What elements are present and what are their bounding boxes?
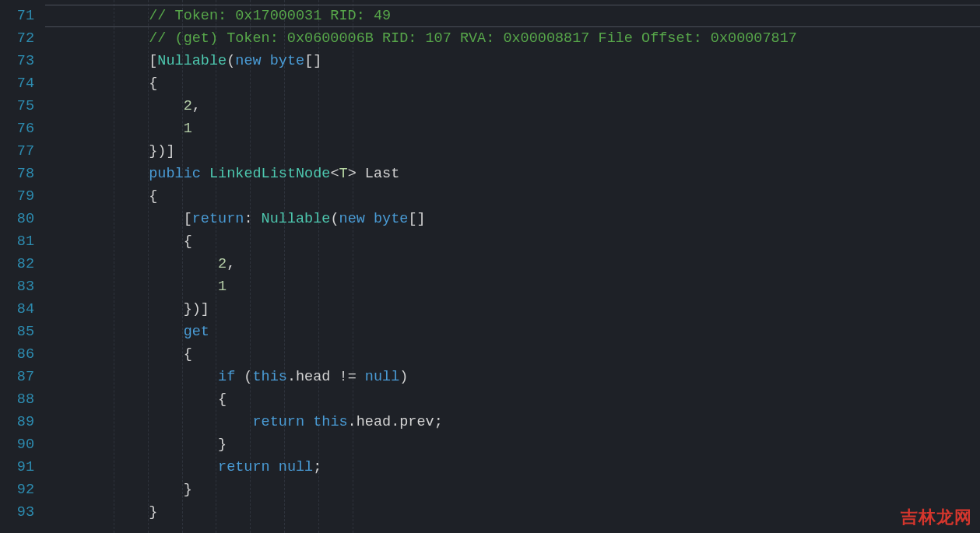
code-token: .	[348, 414, 357, 430]
code-token: null	[279, 459, 313, 475]
line-number: 81	[0, 230, 34, 253]
code-token: Nullable	[262, 211, 331, 227]
code-token: // (get) Token: 0x0600006B RID: 107 RVA:…	[149, 30, 797, 47]
line-number: 93	[0, 501, 34, 524]
line-number: 80	[0, 208, 34, 230]
code-line[interactable]: }	[45, 501, 980, 524]
code-token: prev	[399, 414, 434, 430]
code-token: return	[192, 211, 244, 227]
code-line[interactable]: }	[45, 479, 980, 501]
code-line[interactable]: return this.head.prev;	[45, 411, 980, 433]
code-token	[357, 166, 365, 182]
code-token: })]	[184, 301, 209, 317]
code-token	[304, 414, 313, 430]
code-line[interactable]: 1	[45, 117, 980, 140]
line-number: 86	[0, 343, 34, 366]
line-number: 88	[0, 388, 34, 411]
code-line[interactable]: })]	[45, 298, 980, 321]
code-token: byte	[374, 211, 408, 227]
code-token: []	[304, 53, 321, 69]
code-token: head	[357, 414, 391, 430]
code-token: public	[149, 166, 201, 182]
code-line[interactable]: {	[45, 388, 980, 411]
code-line[interactable]: 2,	[45, 253, 980, 275]
code-token: !=	[330, 369, 364, 385]
code-line[interactable]: {	[45, 343, 980, 366]
code-token: [	[149, 53, 157, 69]
line-number: 74	[0, 72, 34, 95]
code-line[interactable]: 1	[45, 275, 980, 298]
code-token: )	[399, 369, 408, 385]
code-line[interactable]: }	[45, 433, 980, 456]
line-number: 73	[0, 50, 34, 72]
line-number-gutter: 7172737475767778798081828384858687888990…	[0, 0, 45, 533]
code-token: }	[218, 437, 227, 453]
code-token: this	[252, 369, 286, 385]
code-token: byte	[270, 53, 304, 69]
code-line[interactable]: {	[45, 72, 980, 95]
line-number: 92	[0, 479, 34, 501]
code-token: new	[339, 211, 365, 227]
line-number: 78	[0, 163, 34, 185]
line-number: 84	[0, 298, 34, 321]
code-area[interactable]: // Token: 0x17000031 RID: 49 // (get) To…	[45, 0, 980, 533]
code-token	[270, 459, 279, 475]
code-token	[201, 166, 209, 182]
code-token: ,	[192, 98, 201, 114]
code-token: []	[408, 211, 425, 227]
code-token: {	[218, 391, 227, 408]
code-token	[262, 53, 270, 69]
code-token: Last	[365, 166, 399, 182]
line-number: 72	[0, 27, 34, 50]
code-line[interactable]: public LinkedListNode<T> Last	[45, 163, 980, 185]
code-line[interactable]: // Token: 0x17000031 RID: 49	[45, 5, 980, 27]
line-number: 71	[0, 5, 34, 27]
code-token: ;	[434, 414, 443, 430]
code-line[interactable]: return null;	[45, 456, 980, 479]
code-token: ;	[313, 459, 321, 475]
code-token: })]	[149, 143, 174, 160]
code-token: T	[339, 166, 348, 182]
code-token: [	[184, 211, 192, 227]
code-token: // Token: 0x17000031 RID: 49	[149, 8, 391, 24]
code-token: {	[184, 233, 192, 250]
line-number: 75	[0, 95, 34, 117]
code-token: new	[235, 53, 261, 69]
watermark-text: 吉林龙网	[901, 506, 972, 528]
line-number: 91	[0, 456, 34, 479]
code-line[interactable]: {	[45, 185, 980, 208]
line-number: 79	[0, 185, 34, 208]
code-token: return	[218, 459, 270, 475]
code-editor[interactable]: 7172737475767778798081828384858687888990…	[0, 0, 980, 533]
code-line[interactable]: [return: Nullable(new byte[]	[45, 208, 980, 230]
code-line[interactable]: // (get) Token: 0x0600006B RID: 107 RVA:…	[45, 27, 980, 50]
code-token: }	[184, 482, 192, 498]
code-token: 2	[218, 256, 227, 272]
code-token: Nullable	[157, 53, 227, 69]
line-number: 77	[0, 140, 34, 163]
line-number: 82	[0, 253, 34, 275]
code-token: 1	[184, 121, 192, 137]
line-number: 83	[0, 275, 34, 298]
code-token: :	[244, 211, 261, 227]
line-number: 87	[0, 366, 34, 388]
line-number: 76	[0, 117, 34, 140]
code-token: (	[330, 211, 339, 227]
code-line[interactable]: [Nullable(new byte[]	[45, 50, 980, 72]
code-token: >	[348, 166, 357, 182]
code-token: 1	[218, 279, 227, 295]
code-token: {	[184, 346, 192, 363]
code-token: (	[235, 369, 252, 385]
code-token: null	[365, 369, 399, 385]
code-line[interactable]: })]	[45, 140, 980, 163]
code-token: get	[184, 324, 209, 340]
code-line[interactable]: 2,	[45, 95, 980, 117]
code-line[interactable]: get	[45, 321, 980, 343]
code-line[interactable]: {	[45, 230, 980, 253]
code-line[interactable]: if (this.head != null)	[45, 366, 980, 388]
code-token: <	[330, 166, 339, 182]
code-token: {	[149, 188, 157, 205]
code-token: .	[391, 414, 399, 430]
code-token: this	[313, 414, 347, 430]
code-token: (	[227, 53, 235, 69]
